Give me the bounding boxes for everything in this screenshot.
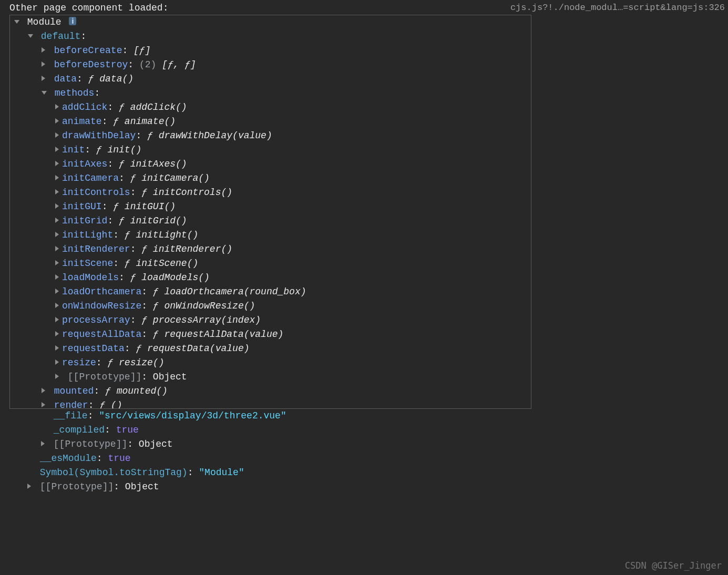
tree-row-method[interactable]: resize: ƒ resize() (10, 356, 531, 370)
chevron-right-icon (55, 331, 59, 336)
tree-row-method[interactable]: initCamera: ƒ initCamera() (10, 171, 531, 186)
chevron-right-icon (55, 289, 59, 294)
tree-row-method[interactable]: requestData: ƒ requestData(value) (10, 342, 531, 356)
chevron-right-icon (41, 441, 45, 446)
tree-row-method[interactable]: addClick: ƒ addClick() (10, 100, 531, 115)
function-symbol: ƒ (119, 215, 130, 226)
chevron-right-icon (55, 374, 59, 379)
tree-row-beforeCreate[interactable]: beforeCreate: [ƒ] (10, 44, 531, 58)
chevron-right-icon (27, 484, 31, 489)
prop-key: Symbol(Symbol.toStringTag) (40, 467, 188, 478)
chevron-right-icon (55, 274, 59, 280)
tree-row-method[interactable]: loadOrthcamera: ƒ loadOrthcamera(round_b… (10, 285, 531, 299)
tree-row-method[interactable]: processArray: ƒ processArray(index) (10, 313, 531, 327)
chevron-right-icon (55, 303, 59, 308)
prop-value: "Module" (199, 467, 244, 478)
chevron-right-icon (55, 360, 59, 365)
tree-row-symbol-toStringTag[interactable]: Symbol(Symbol.toStringTag): "Module" (9, 466, 725, 480)
chevron-right-icon (55, 203, 59, 209)
function-symbol: ƒ (99, 400, 111, 409)
prop-key: initControls (62, 187, 130, 198)
tree-row-method[interactable]: initGrid: ƒ initGrid() (10, 214, 531, 228)
prop-key: loadModels (62, 272, 119, 283)
function-symbol: ƒ (153, 329, 165, 340)
function-name: initGUI() (125, 201, 176, 212)
tree-row-prototype[interactable]: [[Prototype]]: Object (9, 437, 725, 451)
prop-key: initCamera (62, 173, 119, 183)
function-symbol: ƒ (130, 272, 142, 283)
prop-key: default (41, 31, 81, 42)
tree-row-method[interactable]: initScene: ƒ initScene() (10, 256, 531, 271)
tree-row-method[interactable]: animate: ƒ animate() (10, 115, 531, 129)
function-name: initCamera() (141, 173, 210, 183)
function-name: requestAllData(value) (164, 329, 283, 340)
source-link[interactable]: cjs.js?!./node_modul…=script&lang=js:326 (510, 2, 725, 14)
prop-key: processArray (62, 315, 130, 325)
tree-row-default[interactable]: default: (10, 29, 531, 44)
tree-row-file[interactable]: __file: "src/views/display/3d/three2.vue… (9, 409, 725, 423)
chevron-right-icon (55, 218, 59, 223)
tree-row-method[interactable]: requestAllData: ƒ requestAllData(value) (10, 327, 531, 342)
tree-row-method[interactable]: initAxes: ƒ initAxes() (10, 157, 531, 171)
function-symbol: ƒ (153, 301, 165, 311)
prop-key: beforeDestroy (54, 59, 128, 70)
tree-row-method[interactable]: initLight: ƒ initLight() (10, 228, 531, 242)
chevron-right-icon (55, 260, 59, 265)
tree-row-method[interactable]: initRenderer: ƒ initRenderer() (10, 242, 531, 256)
prop-value: true (116, 425, 139, 435)
prop-key: [[Prototype]] (40, 481, 114, 492)
tree-row-esModule[interactable]: __esModule: true (9, 451, 725, 466)
tree-row-method[interactable]: initControls: ƒ initControls() (10, 186, 531, 200)
function-symbol: ƒ (105, 386, 117, 396)
tree-row-mounted[interactable]: mounted: ƒ mounted() (10, 384, 531, 398)
function-name: mounted() (117, 386, 168, 396)
function-name: addClick() (130, 102, 187, 112)
function-symbol: ƒ (113, 201, 125, 212)
tree-row-method[interactable]: drawWithDelay: ƒ drawWithDelay(value) (10, 129, 531, 143)
tree-row-beforeDestroy[interactable]: beforeDestroy: (2) [ƒ, ƒ] (10, 58, 531, 72)
prop-key: requestData (62, 343, 125, 354)
function-name: initGrid() (130, 215, 187, 226)
tree-row-compiled[interactable]: _compiled: true (9, 423, 725, 437)
function-name: drawWithDelay(value) (159, 130, 272, 141)
prop-key: mounted (54, 386, 94, 396)
log-message: Other page component loaded: (9, 2, 168, 14)
watermark: CSDN @GISer_Jinger (625, 560, 722, 571)
chevron-right-icon (42, 388, 45, 393)
prop-key: drawWithDelay (62, 130, 136, 141)
tree-row-prototype[interactable]: [[Prototype]]: Object (9, 480, 725, 494)
object-inspector: Module i default: beforeCreate: [ƒ] befo… (9, 15, 531, 409)
prop-key: resize (62, 357, 96, 368)
prop-key: [[Prototype]] (54, 439, 127, 449)
function-symbol: ƒ (141, 315, 153, 325)
prop-value: "src/views/display/3d/three2.vue" (99, 410, 286, 421)
function-symbol: ƒ (153, 286, 165, 297)
function-name: loadOrthcamera(round_box) (164, 286, 306, 297)
function-name: loadModels() (141, 272, 210, 283)
function-name: resize() (119, 357, 164, 368)
function-symbol: ƒ (136, 343, 147, 354)
tree-row-method[interactable]: initGUI: ƒ initGUI() (10, 200, 531, 214)
chevron-right-icon (55, 118, 59, 124)
tree-row-method[interactable]: onWindowResize: ƒ onWindowResize() (10, 299, 531, 313)
prop-key: addClick (62, 102, 107, 112)
tree-row-methods[interactable]: methods: (10, 86, 531, 100)
chevron-right-icon (42, 402, 45, 407)
chevron-down-icon (28, 34, 33, 38)
tree-row-method[interactable]: loadModels: ƒ loadModels() (10, 271, 531, 285)
prop-value: Object (125, 481, 159, 492)
tree-row-prototype[interactable]: [[Prototype]]: Object (10, 370, 531, 384)
tree-row-data[interactable]: data: ƒ data() (10, 72, 531, 86)
chevron-right-icon (42, 47, 45, 53)
prop-key: beforeCreate (54, 45, 122, 56)
tree-row-method[interactable]: init: ƒ init() (10, 143, 531, 157)
info-icon[interactable]: i (69, 17, 76, 25)
chevron-right-icon (55, 175, 59, 180)
function-name: requestData(value) (147, 343, 249, 354)
prop-key: initGUI (62, 201, 102, 212)
tree-row-module[interactable]: Module i (10, 15, 531, 29)
prop-key: initAxes (62, 159, 107, 169)
tree-row-render[interactable]: render: ƒ () (10, 398, 531, 409)
prop-key: requestAllData (62, 329, 141, 340)
function-symbol: ƒ (88, 74, 100, 84)
